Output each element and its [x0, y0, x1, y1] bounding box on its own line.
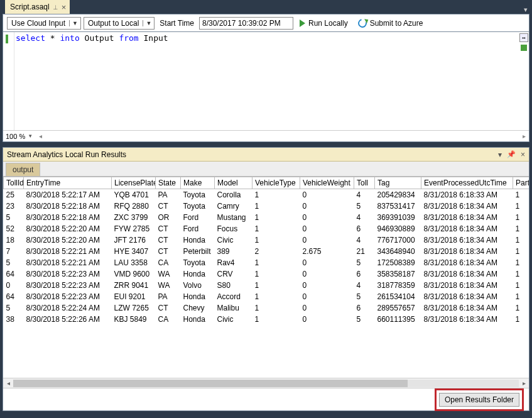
results-pane: Stream Analytics Local Run Results ▾ 📌 ×…	[3, 147, 529, 411]
document-tab[interactable]: Script.asaql ⟂ ×	[5, 0, 70, 14]
table-row[interactable]: 08/30/2018 5:22:23 AMZRR 9041WAVolvoS801…	[4, 280, 529, 291]
cell: 0	[300, 268, 354, 280]
start-time-input[interactable]	[199, 17, 293, 30]
output-target-combo[interactable]: Output to Local ▼	[84, 17, 155, 30]
cell: 7	[4, 246, 24, 257]
cell: 318778359	[375, 280, 421, 291]
cell: 2.675	[300, 246, 354, 257]
query-toolbar: Use Cloud Input ▼ Output to Local ▼ Star…	[3, 14, 529, 31]
chevron-down-icon[interactable]: ▼	[143, 20, 154, 26]
cell: Volvo	[181, 280, 215, 291]
column-header[interactable]: Tag	[375, 177, 421, 189]
column-header[interactable]: EventProcessedUtcTime	[421, 177, 513, 189]
chevron-down-icon[interactable]: ▼	[69, 20, 80, 26]
cell: 8/31/2018 6:18:33 AM	[421, 189, 513, 201]
zoom-dropdown-icon[interactable]: ▼	[28, 133, 35, 139]
table-row[interactable]: 188/30/2018 5:22:20 AMJFT 2176CTHondaCiv…	[4, 234, 529, 246]
split-horizontal-icon[interactable]: ↔	[519, 33, 528, 42]
start-time-label: Start Time	[157, 19, 197, 28]
column-header[interactable]: VehicleWeight	[300, 177, 354, 189]
output-tab[interactable]: output	[6, 163, 40, 176]
scroll-marker-icon	[521, 45, 527, 51]
cell: 18	[4, 234, 24, 246]
close-icon[interactable]: ×	[521, 150, 525, 159]
scrollbar-thumb[interactable]	[13, 380, 408, 387]
cell: CT	[156, 234, 181, 246]
cell: 6	[354, 302, 375, 314]
column-header[interactable]: State	[156, 177, 181, 189]
cell: WA	[156, 280, 181, 291]
cell: EUI 9201	[112, 291, 156, 302]
cell: 1	[513, 201, 529, 212]
scroll-right-icon[interactable]: ▸	[519, 133, 529, 140]
cell: 8/31/2018 6:18:34 AM	[421, 234, 513, 246]
cell: CT	[156, 201, 181, 212]
scrollbar-track[interactable]	[13, 380, 519, 387]
output-tabstrip: output	[3, 162, 529, 177]
horizontal-scrollbar[interactable]: ◂ ▸	[3, 378, 529, 388]
cell: Honda	[181, 234, 215, 246]
pin-icon[interactable]: 📌	[507, 150, 516, 158]
tab-title: Script.asaql	[10, 3, 50, 11]
input-source-combo[interactable]: Use Cloud Input ▼	[7, 17, 81, 30]
column-header[interactable]: VehicleType	[252, 177, 300, 189]
scroll-left-icon[interactable]: ◂	[3, 380, 13, 387]
cell: 1	[252, 280, 300, 291]
cell: 837531417	[375, 201, 421, 212]
cell: 6	[354, 268, 375, 280]
cell: 5	[354, 291, 375, 302]
play-icon	[300, 19, 305, 27]
column-header[interactable]: Partition	[513, 177, 529, 189]
table-row[interactable]: 388/30/2018 5:22:26 AMKBJ 5849CAHondaCiv…	[4, 314, 529, 325]
cell: 21	[354, 246, 375, 257]
cell: 5	[354, 314, 375, 325]
pin-icon[interactable]: ⟂	[53, 3, 58, 11]
column-header[interactable]: LicensePlate	[112, 177, 156, 189]
column-header[interactable]: Make	[181, 177, 215, 189]
scroll-right-icon[interactable]: ▸	[519, 380, 529, 387]
cell: 0	[4, 280, 24, 291]
editor-gutter	[3, 32, 14, 130]
results-grid-scroll[interactable]: TollIdEntryTimeLicensePlateStateMakeMode…	[3, 177, 529, 378]
column-header[interactable]: TollId	[4, 177, 24, 189]
cell: VMD 9600	[112, 268, 156, 280]
window-menu-dropdown-icon[interactable]: ▾	[498, 150, 502, 159]
table-row[interactable]: 58/30/2018 5:22:18 AMZXC 3799ORFordMusta…	[4, 212, 529, 223]
cell: 946930889	[375, 223, 421, 234]
submit-to-azure-button[interactable]: Submit to Azure	[354, 16, 427, 30]
cell: 660111395	[375, 314, 421, 325]
results-title: Stream Analytics Local Run Results	[7, 150, 126, 159]
table-row[interactable]: 238/30/2018 5:22:18 AMRFQ 2880CTToyotaCa…	[4, 201, 529, 212]
table-row[interactable]: 648/30/2018 5:22:23 AMEUI 9201PAHondaAcc…	[4, 291, 529, 302]
run-locally-button[interactable]: Run Locally	[296, 16, 352, 30]
zoom-level[interactable]: 100 %	[3, 133, 28, 140]
cell: 1	[252, 223, 300, 234]
cell: 5	[354, 201, 375, 212]
column-header[interactable]: Toll	[354, 177, 375, 189]
close-icon[interactable]: ×	[62, 3, 67, 11]
cell: 1	[252, 302, 300, 314]
cell: 8/30/2018 5:22:26 AM	[24, 314, 112, 325]
column-header[interactable]: Model	[215, 177, 252, 189]
cell: 8/30/2018 5:22:21 AM	[24, 257, 112, 268]
scroll-left-icon[interactable]: ◂	[35, 133, 45, 140]
tab-overflow-dropdown-icon[interactable]: ▾	[519, 6, 532, 14]
query-editor[interactable]: select * into Output from Input ↔	[3, 32, 529, 130]
cell: 8/31/2018 6:18:34 AM	[421, 246, 513, 257]
table-row[interactable]: 258/30/2018 5:22:17 AMYQB 4701PAToyotaCo…	[4, 189, 529, 201]
table-row[interactable]: 58/30/2018 5:22:21 AMLAU 3358CAToyotaRav…	[4, 257, 529, 268]
table-row[interactable]: 528/30/2018 5:22:20 AMFYW 2785CTFordFocu…	[4, 223, 529, 234]
cell: 8/31/2018 6:18:34 AM	[421, 223, 513, 234]
cell: RFQ 2880	[112, 201, 156, 212]
cell: 8/31/2018 6:18:34 AM	[421, 314, 513, 325]
column-header[interactable]: EntryTime	[24, 177, 112, 189]
cell: 8/30/2018 5:22:23 AM	[24, 291, 112, 302]
cell: 0	[300, 189, 354, 201]
open-results-folder-button[interactable]: Open Results Folder	[439, 393, 519, 407]
table-row[interactable]: 78/30/2018 5:22:21 AMHYE 3407CTPeterbilt…	[4, 246, 529, 257]
cell: 8/30/2018 5:22:23 AM	[24, 268, 112, 280]
cell: 1	[252, 201, 300, 212]
table-row[interactable]: 58/30/2018 5:22:24 AMLZW 7265CTChevyMali…	[4, 302, 529, 314]
cell: 0	[300, 314, 354, 325]
table-row[interactable]: 648/30/2018 5:22:23 AMVMD 9600WAHondaCRV…	[4, 268, 529, 280]
